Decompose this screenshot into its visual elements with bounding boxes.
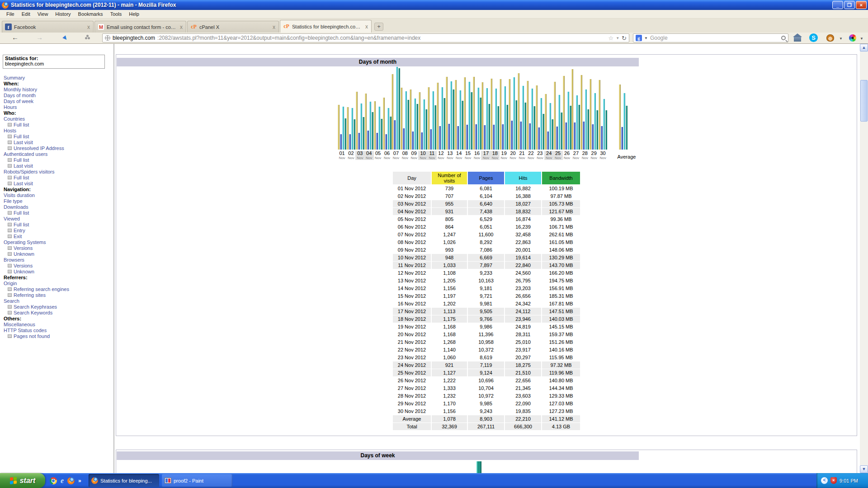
search-engine-dropdown-icon[interactable]: ▼ (644, 36, 648, 40)
url-dropdown-icon[interactable]: ▼ (616, 36, 619, 40)
firefox-quicklaunch-icon[interactable] (67, 477, 75, 484)
bookmark-star-icon[interactable]: ☆ (609, 35, 614, 42)
table-cell: 151.26 MB (542, 338, 580, 346)
menu-tools[interactable]: Tools (107, 10, 126, 18)
sidebar-item-authenticated-users[interactable]: Authenticated users (4, 151, 112, 157)
scrollbar-thumb[interactable] (860, 80, 868, 122)
sidebar-section-navigation-: Navigation: (4, 186, 112, 192)
sidebar-item-unknown[interactable]: Unknown (4, 268, 112, 274)
sidebar-item-days-of-month[interactable]: Days of month (4, 92, 112, 98)
table-cell: 17 Nov 2012 (393, 308, 431, 315)
restore-button[interactable]: ❐ (844, 1, 855, 9)
sidebar-item-countries[interactable]: Countries (4, 116, 112, 122)
sidebar-item-miscellaneous[interactable]: Miscellaneous (4, 321, 112, 327)
search-go-icon[interactable] (781, 36, 786, 40)
sidebar-item-full-list[interactable]: Full list (4, 174, 112, 180)
page-scrollbar[interactable]: ▲ ▼ (860, 44, 868, 473)
sidebar-item-http-status-codes[interactable]: HTTP Status codes (4, 327, 112, 333)
sidebar-item-browsers[interactable]: Browsers (4, 257, 112, 263)
sidebar-item-monthly-history[interactable]: Monthly history (4, 86, 112, 92)
menu-help[interactable]: Help (125, 10, 143, 18)
sidebar-item-operating-systems[interactable]: Operating Systems (4, 239, 112, 245)
day19-bandwidth-mb--bar (506, 105, 508, 150)
reload-icon[interactable]: ↻ (622, 35, 627, 42)
sidebar-item-entry[interactable]: Entry (4, 227, 112, 233)
sidebar-item-versions[interactable]: Versions (4, 245, 112, 251)
sidebar-item-downloads[interactable]: Downloads (4, 204, 112, 210)
sidebar-item-viewed[interactable]: Viewed (4, 216, 112, 221)
start-button[interactable]: start (0, 473, 45, 488)
sidebar-item-origin[interactable]: Origin (4, 280, 112, 286)
day27-bandwidth-mb--bar (578, 105, 580, 150)
menu-bookmarks[interactable]: Bookmarks (75, 10, 107, 18)
sidebar-item-full-list[interactable]: Full list (4, 221, 112, 227)
day28-number-of-visits-bar (580, 75, 582, 150)
sidebar-item-unknown[interactable]: Unknown (4, 251, 112, 257)
tray-collapse-icon[interactable]: < (821, 477, 828, 484)
download-icon[interactable]: ▼ (60, 33, 70, 43)
skype-icon[interactable]: S (809, 33, 818, 42)
tab-close-icon[interactable]: x (179, 24, 183, 30)
sidebar-item-full-list[interactable]: Full list (4, 122, 112, 127)
sidebar-item-visits-duration[interactable]: Visits duration (4, 192, 112, 198)
sidebar-item-last-visit[interactable]: Last visit (4, 180, 112, 186)
sidebar-item-search-keyphrases[interactable]: Search Keyphrases (4, 304, 112, 310)
close-button[interactable]: × (856, 1, 867, 9)
table-row: 28 Nov 20121,23210,97223,603129.33 MB (393, 392, 580, 399)
forward-icon[interactable]: → (36, 33, 43, 41)
new-tab-button[interactable]: + (374, 23, 383, 31)
greasemonkey-icon[interactable] (826, 34, 834, 42)
sidebar-item-hosts[interactable]: Hosts (4, 127, 112, 133)
sidebar-item-search-keywords[interactable]: Search Keywords (4, 310, 112, 315)
sidebar-item-unresolved-ip-address[interactable]: Unresolved IP Address (4, 145, 112, 151)
sidebar-item-days-of-week[interactable]: Days of week (4, 98, 112, 104)
tab-3[interactable]: cPcPanel Xx (187, 21, 279, 33)
sidebar-item-file-type[interactable]: File type (4, 198, 112, 204)
sidebar-item-summary[interactable]: Summary (4, 75, 112, 80)
minimize-button[interactable]: _ (832, 1, 843, 9)
sidebar-item-exit[interactable]: Exit (4, 233, 112, 239)
sidebar-item-versions[interactable]: Versions (4, 263, 112, 268)
url-bar[interactable]: bleepingtech.com :2082/awstats.pl?month=… (102, 33, 629, 42)
sidebar-item-last-visit[interactable]: Last visit (4, 139, 112, 145)
security-alert-icon[interactable]: × (830, 477, 837, 484)
day15-hits-bar (468, 82, 470, 150)
day19-pages-bar (502, 124, 504, 150)
tab-2[interactable]: MEmail using contact form - contactbleep… (94, 21, 186, 33)
menu-edit[interactable]: Edit (18, 10, 34, 18)
sidebar-item-full-list[interactable]: Full list (4, 157, 112, 163)
colorzilla-icon[interactable] (849, 34, 856, 42)
sidebar-item-full-list[interactable]: Full list (4, 210, 112, 216)
tab-close-icon[interactable]: x (272, 24, 276, 30)
quicklaunch-overflow-icon[interactable]: » (78, 478, 81, 484)
taskbar-task-1[interactable]: Statistics for bleeping... (89, 474, 159, 487)
home-icon[interactable] (794, 37, 801, 42)
sidebar-item-search[interactable]: Search (4, 298, 112, 304)
tab-4[interactable]: cPStatistics for bleepingtech.com (2012-… (280, 20, 372, 33)
chrome-icon[interactable] (50, 477, 57, 484)
sidebar-item-hours[interactable]: Hours (4, 104, 112, 110)
menu-file[interactable]: File (3, 10, 18, 18)
internet-explorer-icon[interactable]: e (61, 477, 64, 485)
taskbar-task-2[interactable]: proof2 - Paint (162, 474, 232, 487)
sidebar-item-pages-not-found[interactable]: Pages not found (4, 333, 112, 339)
menu-view[interactable]: View (34, 10, 52, 18)
menu-history[interactable]: History (52, 10, 74, 18)
colorzilla-dropdown-icon[interactable]: ▼ (860, 37, 863, 41)
tab-1[interactable]: fFacebookx (2, 21, 94, 33)
day17-bandwidth-mb--bar (488, 104, 490, 150)
tab-close-icon[interactable]: x (87, 24, 90, 30)
addon-dropdown-icon[interactable]: ▼ (839, 37, 843, 41)
addon-icon[interactable] (85, 37, 87, 39)
sidebar-item-last-visit[interactable]: Last visit (4, 163, 112, 169)
search-bar[interactable]: g ▼ Google (633, 33, 788, 42)
scroll-up-icon[interactable]: ▲ (860, 44, 868, 52)
sidebar-item-referring-sites[interactable]: Referring sites (4, 292, 112, 298)
back-icon[interactable]: ← (12, 33, 19, 41)
day14-pages-bar (457, 126, 459, 150)
tab-close-icon[interactable]: x (365, 23, 368, 30)
sidebar-item-robots-spiders-visitors[interactable]: Robots/Spiders visitors (4, 169, 112, 174)
sidebar-item-full-list[interactable]: Full list (4, 133, 112, 139)
scroll-down-icon[interactable]: ▼ (860, 465, 868, 473)
sidebar-item-referring-search-engines[interactable]: Referring search engines (4, 286, 112, 292)
